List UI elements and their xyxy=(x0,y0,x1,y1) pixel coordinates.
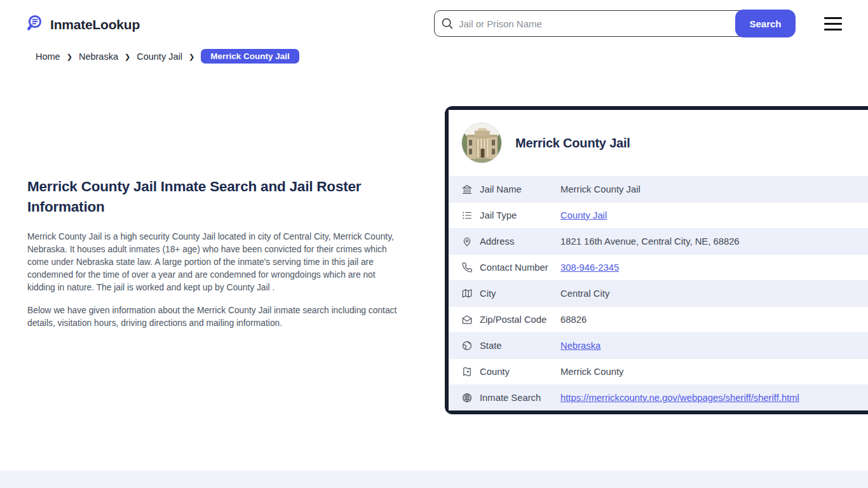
info-label: Address xyxy=(480,236,560,247)
info-label: Zip/Postal Code xyxy=(480,315,560,325)
globe-icon xyxy=(461,392,473,403)
info-value: Merrick County Jail xyxy=(560,184,641,194)
info-value-link[interactable]: https://merrickcounty.ne.gov/webpages/sh… xyxy=(560,393,799,403)
info-value: 68826 xyxy=(560,315,587,325)
jail-building-photo xyxy=(461,123,502,163)
bank-icon xyxy=(461,184,473,195)
brand-name: InmateLookup xyxy=(50,17,140,32)
info-value: Central City xyxy=(560,288,609,299)
logo-magnifier-icon xyxy=(24,13,44,36)
table-row: Jail Name Merrick County Jail xyxy=(449,176,868,202)
info-value: Merrick County xyxy=(560,367,624,377)
info-label: Jail Name xyxy=(480,184,560,194)
envelope-icon xyxy=(461,314,473,325)
info-label: County xyxy=(480,367,560,377)
table-row: State Nebraska xyxy=(449,332,868,358)
menu-hamburger-icon[interactable] xyxy=(824,17,842,30)
article-paragraph: Below we have given information about th… xyxy=(27,304,401,330)
breadcrumb-current-badge: Merrick County Jail xyxy=(201,49,299,64)
flag-icon xyxy=(461,366,473,377)
table-row: City Central City xyxy=(449,280,868,306)
breadcrumb-home[interactable]: Home xyxy=(36,51,60,62)
jail-card-header: Merrick County Jail xyxy=(449,110,868,176)
table-row: County Merrick County xyxy=(449,358,868,384)
info-label: Inmate Search xyxy=(480,393,560,403)
article-paragraph: Merrick County Jail is a high security C… xyxy=(27,231,401,294)
map-icon xyxy=(461,288,473,299)
info-label: Jail Type xyxy=(480,210,560,220)
site-logo[interactable]: InmateLookup xyxy=(24,13,140,36)
article-section: Merrick County Jail Inmate Search and Ja… xyxy=(27,177,401,330)
info-value-link[interactable]: County Jail xyxy=(560,210,607,220)
info-value-link[interactable]: Nebraska xyxy=(560,341,600,351)
map-pin-icon xyxy=(461,236,473,247)
table-row: Contact Number 308-946-2345 xyxy=(449,254,868,280)
breadcrumb: Home ❯ Nebraska ❯ County Jail ❯ Merrick … xyxy=(36,49,299,64)
breadcrumb-county-jail[interactable]: County Jail xyxy=(137,51,182,62)
breadcrumb-nebraska[interactable]: Nebraska xyxy=(79,51,118,62)
info-label: Contact Number xyxy=(480,262,560,273)
search-bar: Search xyxy=(434,10,795,37)
chevron-right-icon: ❯ xyxy=(189,53,194,61)
info-label: City xyxy=(480,288,560,299)
phone-icon xyxy=(461,262,473,273)
page-title: Merrick County Jail Inmate Search and Ja… xyxy=(27,177,401,217)
search-button[interactable]: Search xyxy=(735,10,796,37)
jail-info-card: Merrick County Jail Jail Name Merrick Co… xyxy=(445,106,868,414)
info-value: 1821 16th Avenue, Central City, NE, 6882… xyxy=(560,236,740,247)
chevron-right-icon: ❯ xyxy=(125,53,130,61)
site-header: InmateLookup Search xyxy=(0,0,868,47)
table-row: Inmate Search https://merrickcounty.ne.g… xyxy=(449,384,868,410)
info-value-link[interactable]: 308-946-2345 xyxy=(560,262,619,273)
footer-band xyxy=(0,470,868,488)
jail-info-table: Jail Name Merrick County Jail Jail Type … xyxy=(449,176,868,410)
search-icon xyxy=(440,17,454,30)
list-icon xyxy=(461,210,473,221)
info-label: State xyxy=(480,341,560,351)
earth-icon xyxy=(461,340,473,351)
table-row: Address 1821 16th Avenue, Central City, … xyxy=(449,228,868,254)
table-row: Jail Type County Jail xyxy=(449,202,868,228)
chevron-right-icon: ❯ xyxy=(67,53,72,61)
jail-card-title: Merrick County Jail xyxy=(515,136,630,151)
table-row: Zip/Postal Code 68826 xyxy=(449,306,868,332)
